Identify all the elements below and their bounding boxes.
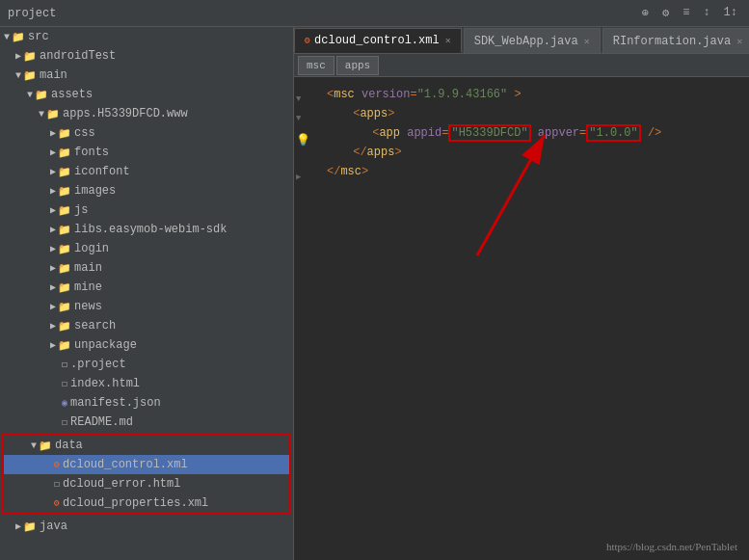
tree-label: search xyxy=(74,319,116,333)
expand-arrow: ▼ xyxy=(39,109,44,120)
tree-label: README.md xyxy=(70,415,133,429)
tree-item-index-html[interactable]: ◻ index.html xyxy=(0,374,293,393)
expand-arrow: ▶ xyxy=(50,320,56,332)
expand-arrow: ▼ xyxy=(4,32,10,42)
bulb-icon: 💡 xyxy=(296,133,310,147)
toolbar-icon-3[interactable]: ≡ xyxy=(679,4,693,22)
tree-item-readme-md[interactable]: ◻ README.md xyxy=(0,413,293,432)
tree-item-news[interactable]: ▶ 📁 news xyxy=(0,297,293,316)
line-content: </msc> xyxy=(323,165,749,178)
folder-icon: 📁 xyxy=(58,127,71,140)
tree-label: index.html xyxy=(70,377,140,390)
html-icon: ◻ xyxy=(62,378,67,389)
tree-item-fonts[interactable]: ▶ 📁 fonts xyxy=(0,143,293,162)
toolbar-icon-5[interactable]: 1↕ xyxy=(720,4,741,22)
folder-icon: 📁 xyxy=(58,147,71,159)
tab-label: RInformation.java xyxy=(613,35,731,48)
xml-bracket: > xyxy=(361,165,368,178)
toolbar-icon-4[interactable]: ↕ xyxy=(699,4,713,22)
tree-label: assets xyxy=(51,88,93,101)
expand-arrow: ▼ xyxy=(27,90,33,100)
folder-icon: 📁 xyxy=(46,108,60,120)
title-bar: project ⊕ ⚙ ≡ ↕ 1↕ xyxy=(0,0,749,27)
xml-value: "1.9.9.43166" xyxy=(417,88,508,101)
tree-item-assets[interactable]: ▼ 📁 assets xyxy=(0,85,293,104)
xml-bracket: /> xyxy=(648,126,661,140)
tree-item-unpackage[interactable]: ▶ 📁 unpackage xyxy=(0,335,293,355)
tree-item-libs[interactable]: ▶ 📁 libs.easymob-webim-sdk xyxy=(0,220,293,239)
tree-item-java[interactable]: ▶ 📁 java xyxy=(0,517,293,536)
highlight-box-appver: "1.0.0" xyxy=(586,124,640,142)
folder-icon: 📁 xyxy=(58,301,71,313)
inner-tab-msc[interactable]: msc xyxy=(298,56,334,75)
expand-arrow: ▶ xyxy=(50,127,56,139)
tree-label: css xyxy=(74,126,95,140)
tree-item-main[interactable]: ▼ 📁 main xyxy=(0,66,293,85)
xml-attr-appid: app xyxy=(407,126,428,140)
xml-bracket: > xyxy=(388,107,394,120)
code-line-2: ▼ <apps> xyxy=(294,104,749,123)
code-line-1: ▼ <msc version="1.9.9.43166" > xyxy=(294,85,749,104)
tree-item-login[interactable]: ▶ 📁 login xyxy=(0,239,293,258)
tab-rinformation[interactable]: RInformation.java ✕ xyxy=(602,28,749,53)
expand-arrow: ▶ xyxy=(50,243,56,254)
tab-xml-icon: ⚙ xyxy=(305,35,310,46)
tree-item-data[interactable]: ▼ 📁 data xyxy=(4,436,289,455)
folder-icon: 📁 xyxy=(58,243,71,255)
folder-icon: 📁 xyxy=(58,166,71,178)
inner-tab-label: apps xyxy=(345,60,370,71)
tree-item-src[interactable]: ▼ 📁 src xyxy=(0,27,293,46)
tree-label: data xyxy=(55,439,83,452)
tree-item-manifest-json[interactable]: ◉ manifest.json xyxy=(0,393,293,413)
expand-arrow: ▶ xyxy=(15,520,21,532)
xml-tag: apps xyxy=(360,107,388,120)
tab-close-button[interactable]: ✕ xyxy=(445,35,451,46)
tree-item-mine[interactable]: ▶ 📁 mine xyxy=(0,278,293,297)
tree-item-dcloud-control[interactable]: ⚙ dcloud_control.xml xyxy=(4,455,289,474)
highlight-box-appid: "H5339DFCD" xyxy=(448,124,530,142)
toolbar-icon-2[interactable]: ⚙ xyxy=(658,4,673,22)
folder-icon: 📁 xyxy=(23,69,37,82)
xml-value-appid: "H5339DFCD" xyxy=(451,126,527,140)
code-editor[interactable]: ▼ <msc version="1.9.9.43166" > ▼ <apps> xyxy=(294,77,749,560)
xml-attr-appver: appver xyxy=(538,126,579,140)
tree-label: manifest.json xyxy=(70,396,161,410)
code-line-3: 💡 <app appid="H5339DFCD" appver="1.0.0" … xyxy=(294,123,749,143)
tree-label: libs.easymob-webim-sdk xyxy=(74,223,227,236)
tree-item-images[interactable]: ▶ 📁 images xyxy=(0,181,293,200)
tab-close-button[interactable]: ✕ xyxy=(584,36,590,47)
main-container: ▼ 📁 src ▶ 📁 androidTest ▼ 📁 main ▼ 📁 ass… xyxy=(0,27,749,560)
tree-item-css[interactable]: ▶ 📁 css xyxy=(0,123,293,143)
tab-label: SDK_WebApp.java xyxy=(474,35,578,48)
inner-tab-apps[interactable]: apps xyxy=(336,56,379,75)
expand-arrow: ▶ xyxy=(50,339,56,351)
tree-item-dcloud-properties[interactable]: ⚙ dcloud_properties.xml xyxy=(4,493,289,513)
folder-icon: 📁 xyxy=(39,440,52,452)
tree-item-js[interactable]: ▶ 📁 js xyxy=(0,200,293,220)
line-content: <apps> xyxy=(323,107,749,120)
tab-sdk-webapp[interactable]: SDK_WebApp.java ✕ xyxy=(464,28,601,53)
tree-item-project-file[interactable]: ◻ .project xyxy=(0,355,293,374)
tree-item-androidtest[interactable]: ▶ 📁 androidTest xyxy=(0,46,293,66)
tree-item-dcloud-error[interactable]: ◻ dcloud_error.html xyxy=(4,474,289,493)
tree-item-search[interactable]: ▶ 📁 search xyxy=(0,316,293,335)
line-content: </apps> xyxy=(323,146,749,159)
tree-label: mine xyxy=(74,280,102,294)
tab-dcloud-control[interactable]: ⚙ dcloud_control.xml ✕ xyxy=(294,28,462,53)
tree-item-iconfont[interactable]: ▶ 📁 iconfont xyxy=(0,162,293,181)
xml-value-appver: "1.0.0" xyxy=(589,126,637,140)
xml-bracket: > xyxy=(514,88,521,101)
file-icon: ◻ xyxy=(62,359,67,370)
md-icon: ◻ xyxy=(62,416,67,428)
watermark: https://blog.csdn.net/PenTablet xyxy=(606,541,737,552)
xml-tag: apps xyxy=(367,146,395,159)
line-content: <msc version="1.9.9.43166" > xyxy=(323,88,749,101)
json-icon: ◉ xyxy=(62,397,67,409)
xml-icon: ⚙ xyxy=(54,497,60,509)
tree-item-main2[interactable]: ▶ 📁 main xyxy=(0,258,293,278)
line-content: <app appid="H5339DFCD" appver="1.0.0" /> xyxy=(323,124,749,142)
expand-arrow: ▶ xyxy=(50,166,56,177)
tab-close-button[interactable]: ✕ xyxy=(736,36,742,47)
tree-item-apps-www[interactable]: ▼ 📁 apps.H5339DFCD.www xyxy=(0,104,293,123)
toolbar-icon-1[interactable]: ⊕ xyxy=(638,4,653,22)
